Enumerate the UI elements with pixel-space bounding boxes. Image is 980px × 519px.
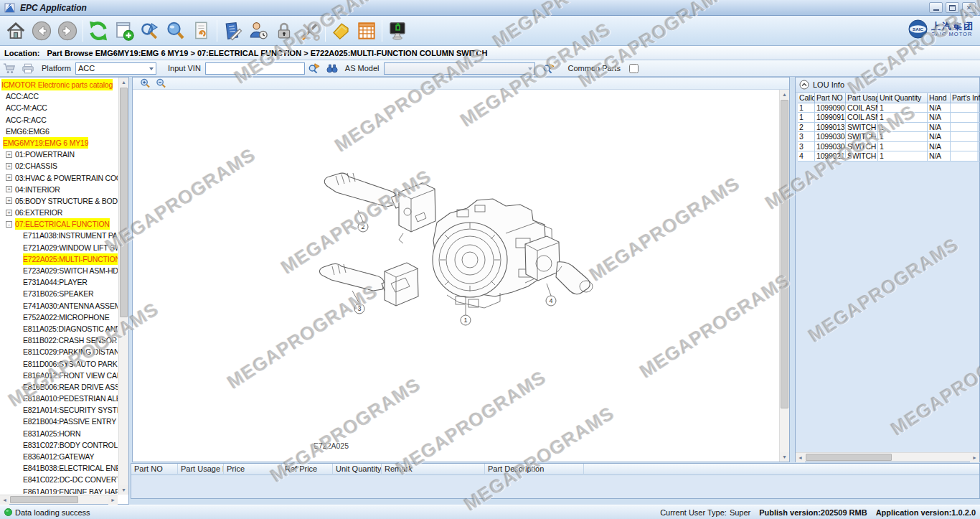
- tree-item[interactable]: +05:BODY STRUCTURE & BODY CLOS: [0, 195, 118, 207]
- lou-column-header[interactable]: Callout: [798, 93, 815, 103]
- tree-item[interactable]: ACC-R:ACC: [0, 114, 118, 126]
- lou-data-row[interactable]: 110990908COIL ASM1N/A: [798, 103, 977, 113]
- part-preview-button[interactable]: [163, 18, 189, 44]
- scroll-left-icon[interactable]: ◄: [796, 453, 805, 462]
- lou-data-row[interactable]: 210990131SWITCH A1N/A: [798, 123, 977, 133]
- collapse-icon[interactable]: [799, 80, 809, 90]
- expand-icon[interactable]: +: [6, 151, 12, 158]
- tree-item[interactable]: ICMOTOR Electronic parts catalog: [0, 79, 118, 90]
- binoculars-icon[interactable]: [326, 63, 338, 74]
- tree-item[interactable]: E752A022:MICROPHONE: [0, 312, 118, 323]
- tree-item[interactable]: E721A029:WINDOW LIFT SWITCH: [0, 242, 118, 253]
- scroll-up-icon[interactable]: ▲: [780, 90, 789, 99]
- scroll-right-icon[interactable]: ►: [970, 453, 979, 462]
- tree-item[interactable]: EMG6:EMG6: [0, 126, 118, 137]
- tree-item[interactable]: E741A030:ANTENNA ASSEMBLY: [0, 300, 118, 312]
- lou-column-header[interactable]: Hand: [928, 93, 951, 103]
- maximize-button[interactable]: [946, 2, 959, 13]
- lou-data-row[interactable]: 310990306SWITCH A1N/A: [798, 142, 977, 152]
- tree-item[interactable]: E818A010:PEDESTRIAN ALERT C: [0, 393, 118, 404]
- tree-vertical-scrollbar[interactable]: ▲ ▼: [118, 78, 128, 495]
- cart-icon[interactable]: [3, 63, 16, 74]
- home-button[interactable]: [3, 18, 29, 44]
- vin-search-go-icon[interactable]: [308, 62, 321, 74]
- forward-button[interactable]: [55, 18, 80, 44]
- lock-button[interactable]: [271, 18, 297, 44]
- scrollbar-thumb[interactable]: [10, 496, 78, 503]
- tree-item[interactable]: ACC-M:ACC: [0, 102, 118, 113]
- part-list-column-header[interactable]: Part Usage Desc: [178, 464, 224, 475]
- expand-icon[interactable]: +: [6, 174, 12, 181]
- zoom-in-button[interactable]: [138, 78, 151, 89]
- refresh-button[interactable]: [85, 18, 111, 44]
- tree-item[interactable]: E722A025:MULTI-FUNCTION COLUMN SWITCH: [0, 253, 118, 265]
- tree-item[interactable]: E831A025:HORN: [0, 428, 118, 439]
- scroll-down-icon[interactable]: ▼: [119, 485, 128, 495]
- lou-data-row[interactable]: 110990914COIL ASM1N/A: [798, 113, 977, 123]
- tree-item[interactable]: E861A019:ENGINE BAY HARNESS: [0, 486, 118, 494]
- part-list-column-header[interactable]: Part Description: [485, 464, 584, 475]
- tree-item[interactable]: E831C027:BODY CONTROL MOD: [0, 439, 118, 451]
- tree-item[interactable]: EMG6MY19:EMG 6 MY19: [0, 137, 118, 149]
- tree-item[interactable]: E816A012:FRONT VIEW CAMERA: [0, 370, 118, 381]
- tree-item[interactable]: E841B038:ELECTRICAL ENERGY S: [0, 462, 118, 474]
- lou-column-header[interactable]: Unit Quantity: [878, 93, 928, 103]
- tree-item[interactable]: -07:ELECTRICAL FUNCTION: [0, 218, 118, 230]
- common-parts-search-icon[interactable]: [542, 62, 555, 74]
- tree-item[interactable]: +03:HVAC & POWERTRAIN COOLING: [0, 172, 118, 184]
- expand-icon[interactable]: +: [6, 197, 12, 204]
- scroll-left-icon[interactable]: ◄: [0, 495, 9, 505]
- scrollbar-thumb[interactable]: [120, 88, 128, 317]
- part-list-column-header[interactable]: Remark: [382, 464, 485, 475]
- lou-data-row[interactable]: 310990304SWITCH A1N/A: [798, 132, 977, 142]
- tree-item[interactable]: E711A038:INSTRUMENT PACK: [0, 230, 118, 241]
- lou-horizontal-scrollbar[interactable]: ◄ ►: [796, 452, 979, 462]
- tree-item[interactable]: E821A014:SECURITY SYSTEM: [0, 404, 118, 416]
- tree-item[interactable]: E821B004:PASSIVE ENTRY PASSI: [0, 416, 118, 427]
- part-list-column-header[interactable]: Ref Price: [282, 464, 333, 475]
- back-button[interactable]: [29, 18, 55, 44]
- close-button[interactable]: ✕: [962, 2, 976, 13]
- tree-item[interactable]: E731A044:PLAYER: [0, 276, 118, 288]
- lou-data-row[interactable]: 410990211SWITCH A1N/A: [798, 151, 977, 162]
- tree-item[interactable]: E723A029:SWITCH ASM-HDLP LV: [0, 265, 118, 276]
- tree-item[interactable]: E811B022:CRASH SENSOR: [0, 335, 118, 346]
- expand-icon[interactable]: +: [6, 163, 12, 169]
- tree-item[interactable]: E836A012:GATEWAY: [0, 451, 118, 462]
- scroll-down-icon[interactable]: ▼: [780, 452, 789, 462]
- tree-item[interactable]: E811D006:SYS-AUTO PARK ASST: [0, 358, 118, 370]
- zoom-out-button[interactable]: [154, 78, 167, 89]
- print-icon[interactable]: [22, 63, 34, 74]
- tree-item[interactable]: +06:EXTERIOR: [0, 207, 118, 218]
- tree-item[interactable]: E811A025:DIAGNOSTIC AND CO: [0, 323, 118, 335]
- grid-calculator-button[interactable]: [354, 18, 380, 44]
- diagram-vertical-scrollbar[interactable]: ▲ ▼: [779, 90, 789, 462]
- folder-button[interactable]: [328, 18, 354, 44]
- as-model-select[interactable]: [384, 62, 535, 75]
- exploded-parts-diagram[interactable]: 1234 E722A025: [133, 90, 780, 462]
- notebook-button[interactable]: [220, 18, 245, 44]
- new-document-button[interactable]: [111, 18, 137, 44]
- tree-item[interactable]: ACC:ACC: [0, 90, 118, 102]
- collapse-icon[interactable]: -: [6, 221, 12, 228]
- user-management-button[interactable]: [245, 18, 271, 44]
- scroll-right-icon[interactable]: ►: [108, 495, 118, 505]
- tree-item[interactable]: E841C022:DC-DC CONVERTOR: [0, 474, 118, 485]
- tree-item[interactable]: E816B006:REAR DRIVE ASSIST SY: [0, 381, 118, 393]
- lou-column-header[interactable]: Part Usage: [846, 93, 878, 103]
- tree-item[interactable]: E731B026:SPEAKER: [0, 288, 118, 299]
- tree-item[interactable]: E811C029:PARKING DISTANCE C: [0, 346, 118, 357]
- platform-select[interactable]: ACC: [75, 62, 156, 75]
- lou-column-header[interactable]: Part's Info: [951, 93, 980, 103]
- lou-column-header[interactable]: Part NO: [815, 93, 846, 103]
- common-parts-checkbox[interactable]: [629, 64, 639, 73]
- part-list-column-header[interactable]: Unit Quantity: [333, 464, 382, 475]
- document-settings-button[interactable]: [189, 18, 215, 44]
- minimize-button[interactable]: [929, 2, 943, 13]
- tools-button[interactable]: [297, 18, 323, 44]
- scroll-up-icon[interactable]: ▲: [119, 78, 128, 87]
- scrollbar-thumb[interactable]: [781, 100, 788, 408]
- vin-search-button[interactable]: [137, 18, 163, 44]
- expand-icon[interactable]: +: [6, 186, 12, 192]
- tree-item[interactable]: +04:INTERIOR: [0, 184, 118, 195]
